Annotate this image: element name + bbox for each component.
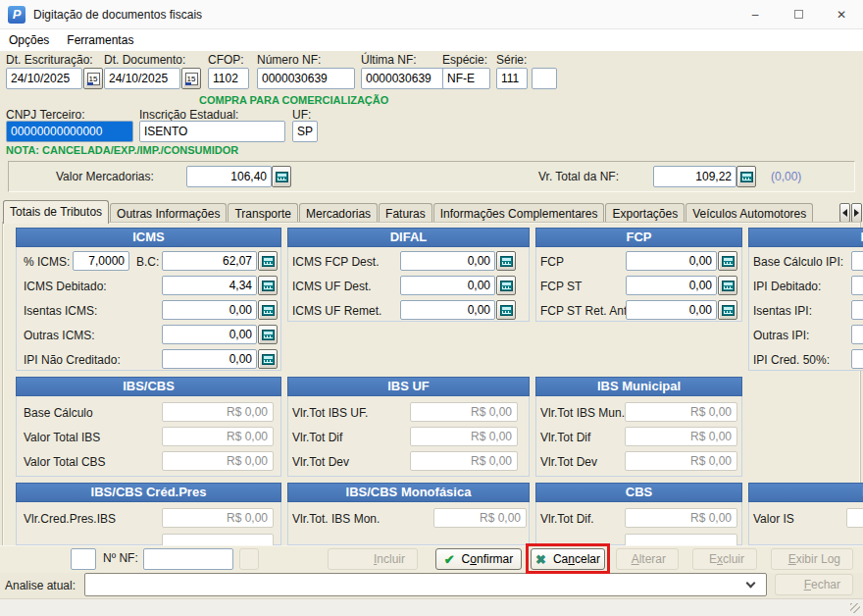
vr-total-nf-field[interactable]: 109,22 — [653, 166, 736, 187]
incluir-button[interactable]: Incluir — [328, 548, 418, 570]
calculator-button[interactable] — [258, 276, 278, 295]
isentas-icms-label: Isentas ICMS: — [24, 304, 97, 318]
fcp-st-field[interactable]: 0,00 — [626, 276, 717, 295]
serie-label: Série: — [496, 53, 527, 67]
numero-nf-input[interactable]: 0000030639 — [257, 68, 355, 89]
fechar-button[interactable]: Fechar — [775, 574, 853, 595]
menu-opcoes[interactable]: Opções — [0, 33, 58, 47]
confirmar-button[interactable]: ✔ Confirmar — [435, 548, 522, 570]
calculator-button[interactable] — [258, 349, 278, 369]
tab-informacoes-complementares[interactable]: Informações Complementares — [433, 203, 605, 224]
tab-totais-de-tributos[interactable]: Totais de Tributos — [3, 200, 109, 224]
analise-atual-select[interactable] — [84, 573, 767, 596]
icms-uf-remet-label: ICMS UF Remet. — [292, 304, 381, 318]
tab-scroll-right-button[interactable] — [851, 203, 862, 223]
valor-is-field[interactable] — [846, 508, 863, 528]
uf-input[interactable]: SP — [292, 121, 318, 142]
calculator-button[interactable] — [718, 251, 737, 271]
outras-ipi-field[interactable] — [851, 325, 863, 344]
alterar-button[interactable]: Alterar — [616, 548, 679, 570]
ipi-nao-creditado-field[interactable]: 0,00 — [162, 349, 257, 369]
cancelar-button[interactable]: ✖ Cancelar — [531, 548, 605, 570]
valor-total-ibs-field[interactable]: R$ 0,00 — [162, 427, 274, 446]
cnpj-terceiro-input[interactable]: 00000000000000 — [6, 121, 133, 142]
ipi-debitado-field[interactable] — [851, 276, 863, 295]
calculator-button[interactable] — [718, 276, 737, 295]
vlr-tot-dev-uf-label: Vlr.Tot Dev — [292, 455, 349, 469]
minimize-button[interactable]: – — [734, 0, 777, 29]
calculator-button[interactable] — [258, 325, 278, 344]
calculator-icon — [722, 281, 735, 291]
close-button[interactable]: ✕ — [820, 0, 863, 29]
calendar-button[interactable]: 15 — [181, 68, 201, 89]
ipi-cred-50-field[interactable] — [851, 349, 863, 369]
icms-fcp-dest-field[interactable]: 0,00 — [400, 251, 495, 271]
especie-label: Espécie: — [442, 53, 487, 67]
unlabeled-field[interactable] — [71, 548, 96, 570]
calculator-button[interactable] — [496, 300, 516, 320]
valor-mercadorias-field[interactable]: 106,40 — [186, 166, 272, 187]
valor-total-cbs-field[interactable]: R$ 0,00 — [162, 451, 274, 471]
calculator-button[interactable] — [718, 300, 737, 320]
cbs-vlr-tot-dif-field[interactable]: R$ 0,00 — [625, 508, 737, 528]
window-title: Digitação de documentos fiscais — [33, 8, 202, 22]
vlr-tot-dif-mun-field[interactable]: R$ 0,00 — [625, 427, 737, 446]
calculator-button[interactable] — [496, 251, 516, 271]
tab-scroll-left-button[interactable] — [839, 203, 850, 223]
icms-uf-dest-field[interactable]: 0,00 — [400, 276, 495, 295]
calculator-button[interactable] — [496, 276, 516, 295]
dt-documento-input[interactable]: 24/10/2025 — [104, 68, 180, 89]
outras-icms-field[interactable]: 0,00 — [162, 325, 257, 344]
fcp-st-ret-ant-field[interactable]: 0,00 — [626, 300, 717, 320]
fcp-label: FCP — [540, 255, 564, 269]
vlr-tot-ibs-uf-field[interactable]: R$ 0,00 — [410, 402, 518, 422]
calculator-button[interactable] — [258, 251, 278, 271]
especie-input[interactable]: NF-E — [442, 68, 490, 89]
maximize-icon — [794, 10, 803, 19]
vlr-tot-dev-uf-field[interactable]: R$ 0,00 — [410, 451, 518, 471]
nf-number-input[interactable] — [143, 548, 233, 570]
resize-grip[interactable] — [850, 603, 860, 613]
analise-atual-label: Analise atual: — [5, 579, 76, 592]
tab-faturas[interactable]: Faturas — [379, 203, 432, 224]
vlr-tot-ibs-mon-field[interactable]: R$ 0,00 — [433, 508, 527, 528]
base-calculo-ipi-field[interactable] — [851, 251, 863, 271]
maximize-button[interactable] — [777, 0, 820, 29]
calculator-button[interactable] — [258, 300, 278, 320]
menu-ferramentas[interactable]: Ferramentas — [58, 33, 142, 47]
excluir-button[interactable]: Excluir — [692, 548, 757, 570]
tab-veiculos-automotores[interactable]: Veículos Automotores — [685, 203, 813, 224]
tab-transporte[interactable]: Transporte — [228, 203, 298, 224]
icms-pct-field[interactable]: 7,0000 — [73, 251, 129, 271]
tab-outras-informacoes[interactable]: Outras Informações — [110, 203, 227, 224]
button-label: o — [470, 552, 477, 566]
vlr-tot-dev-mun-field[interactable]: R$ 0,00 — [625, 451, 737, 471]
icms-uf-remet-field[interactable]: 0,00 — [400, 300, 495, 320]
vlr-tot-ibs-mun-field[interactable]: R$ 0,00 — [625, 402, 737, 422]
icms-debitado-field[interactable]: 4,34 — [162, 276, 257, 295]
calculator-button[interactable] — [272, 166, 291, 187]
serie-extra-input[interactable] — [532, 68, 557, 89]
exibir-log-button[interactable]: Exibir Log — [771, 548, 853, 570]
calculator-button[interactable] — [736, 166, 756, 187]
calendar-button[interactable]: 15 — [83, 68, 103, 89]
inscricao-estadual-input[interactable]: ISENTO — [139, 121, 285, 142]
base-calculo-field[interactable]: R$ 0,00 — [162, 402, 274, 422]
button-label: A — [632, 552, 639, 566]
fcp-field[interactable]: 0,00 — [626, 251, 717, 271]
icms-bc-field[interactable]: 62,07 — [162, 251, 257, 271]
isentas-icms-field[interactable]: 0,00 — [162, 300, 257, 320]
vlr-tot-ibs-uf-label: Vlr.Tot IBS UF. — [292, 406, 368, 420]
fcp-st-label: FCP ST — [540, 280, 582, 293]
vlr-cred-pres-ibs-field[interactable]: R$ 0,00 — [162, 508, 274, 528]
base-calculo-label: Base Cálculo — [24, 406, 93, 420]
blank-button[interactable] — [239, 548, 259, 570]
isentas-ipi-field[interactable] — [851, 300, 863, 320]
tab-mercadorias[interactable]: Mercadorias — [299, 203, 378, 224]
panel-ibs-municipal-header: IBS Municipal — [535, 377, 742, 396]
dt-escrituracao-input[interactable]: 24/10/2025 — [6, 68, 82, 89]
vlr-tot-dif-uf-field[interactable]: R$ 0,00 — [410, 427, 518, 446]
serie-input[interactable]: 111 — [496, 68, 528, 89]
tab-exportacoes[interactable]: Exportações — [605, 203, 685, 224]
cfop-input[interactable]: 1102 — [208, 68, 249, 89]
